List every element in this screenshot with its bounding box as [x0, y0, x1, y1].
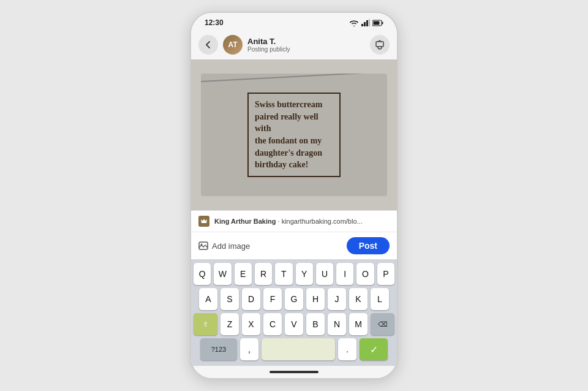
keyboard-row-3: ⇧ Z X C V B N M ⌫ — [194, 313, 394, 335]
link-preview-text: King Arthur Baking · kingarthurbaking.co… — [214, 218, 363, 225]
profile-name: Anita T. — [247, 37, 290, 46]
key-q[interactable]: Q — [194, 263, 211, 285]
link-favicon — [198, 216, 209, 227]
svg-rect-6 — [374, 21, 380, 25]
key-v[interactable]: V — [285, 313, 303, 335]
key-f[interactable]: F — [263, 288, 282, 310]
post-content-area: Swiss buttercream paired really well wit… — [191, 59, 397, 210]
profile-subtitle: Posting publicly — [247, 46, 290, 53]
link-site-name: King Arthur Baking — [214, 218, 276, 225]
delete-key[interactable]: ⌫ — [371, 313, 394, 335]
key-y[interactable]: Y — [296, 263, 313, 285]
status-icons — [349, 19, 383, 26]
post-text-box: Swiss buttercream paired really well wit… — [247, 93, 341, 177]
link-url: kingarthurbaking.com/blo... — [282, 218, 363, 225]
key-x[interactable]: X — [242, 313, 260, 335]
key-h[interactable]: H — [306, 288, 325, 310]
bottom-bar — [191, 366, 397, 378]
keyboard-row-4: ?123 , . ✓ — [194, 338, 394, 360]
signal-icon — [361, 19, 370, 26]
key-g[interactable]: G — [285, 288, 303, 310]
wifi-icon — [349, 19, 359, 26]
svg-rect-1 — [364, 22, 366, 26]
key-r[interactable]: R — [255, 263, 272, 285]
numbers-key[interactable]: ?123 — [200, 338, 237, 360]
back-icon — [203, 40, 213, 50]
space-key[interactable] — [262, 338, 335, 360]
check-key[interactable]: ✓ — [360, 338, 388, 360]
key-m[interactable]: M — [349, 313, 368, 335]
svg-rect-5 — [382, 21, 383, 24]
home-indicator — [270, 371, 318, 373]
shift-key[interactable]: ⇧ — [194, 313, 217, 335]
svg-rect-3 — [369, 19, 370, 26]
battery-icon — [372, 20, 383, 26]
nav-name-group: Anita T. Posting publicly — [247, 37, 290, 53]
key-u[interactable]: U — [316, 263, 333, 285]
post-image: Swiss buttercream paired really well wit… — [201, 74, 387, 196]
keyboard-row-1: Q W E R T Y U I O P — [194, 263, 394, 285]
avatar: AT — [223, 35, 243, 55]
key-a[interactable]: A — [199, 288, 217, 310]
add-image-label: Add image — [212, 241, 250, 251]
key-b[interactable]: B — [306, 313, 325, 335]
notification-icon — [375, 40, 385, 50]
notification-button[interactable] — [370, 35, 390, 55]
period-key[interactable]: . — [338, 338, 356, 360]
nav-profile: AT Anita T. Posting publicly — [223, 35, 365, 55]
key-s[interactable]: S — [221, 288, 239, 310]
svg-rect-2 — [366, 20, 368, 26]
add-image-icon — [198, 241, 208, 251]
comma-key[interactable]: , — [240, 338, 258, 360]
key-d[interactable]: D — [242, 288, 260, 310]
post-button[interactable]: Post — [347, 237, 390, 254]
svg-rect-0 — [361, 24, 363, 26]
keyboard: Q W E R T Y U I O P A S D F G H J K L ⇧ … — [191, 259, 397, 366]
key-c[interactable]: C — [263, 313, 282, 335]
key-n[interactable]: N — [328, 313, 346, 335]
key-i[interactable]: I — [336, 263, 353, 285]
crown-icon — [200, 218, 208, 225]
status-bar: 12:30 — [191, 13, 397, 30]
key-o[interactable]: O — [356, 263, 374, 285]
svg-rect-7 — [376, 42, 383, 47]
key-e[interactable]: E — [235, 263, 252, 285]
key-l[interactable]: L — [371, 288, 389, 310]
add-image-button[interactable]: Add image — [198, 241, 250, 251]
key-w[interactable]: W — [214, 263, 231, 285]
post-text: Swiss buttercream paired really well wit… — [255, 99, 333, 171]
action-bar: Add image Post — [191, 232, 397, 259]
top-nav: AT Anita T. Posting publicly — [191, 30, 397, 59]
back-button[interactable] — [198, 35, 218, 55]
avatar-initials: AT — [228, 40, 237, 49]
key-k[interactable]: K — [349, 288, 368, 310]
key-j[interactable]: J — [328, 288, 346, 310]
key-t[interactable]: T — [275, 263, 292, 285]
key-z[interactable]: Z — [221, 313, 239, 335]
keyboard-row-2: A S D F G H J K L — [194, 288, 394, 310]
link-preview[interactable]: King Arthur Baking · kingarthurbaking.co… — [191, 210, 397, 232]
phone-frame: 12:30 — [190, 12, 398, 379]
status-time: 12:30 — [205, 18, 224, 27]
key-p[interactable]: P — [377, 263, 394, 285]
